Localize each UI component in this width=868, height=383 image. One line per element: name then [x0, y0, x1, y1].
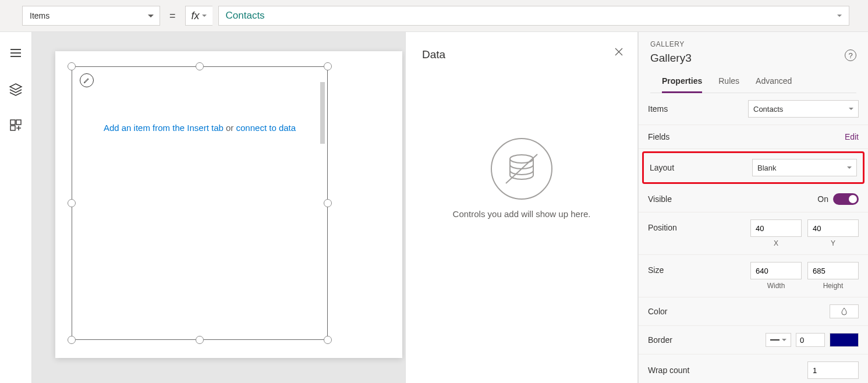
property-selector[interactable]: Items	[22, 6, 160, 26]
resize-handle[interactable]	[68, 336, 76, 344]
resize-handle[interactable]	[196, 336, 204, 344]
prop-color: Color	[639, 297, 868, 326]
resize-handle[interactable]	[68, 199, 76, 207]
svg-rect-6	[10, 126, 15, 130]
items-value: Contacts	[753, 105, 783, 114]
border-width-input[interactable]	[796, 333, 825, 347]
app-screen: Add an item from the Insert tab or conne…	[55, 51, 402, 358]
chevron-down-icon	[782, 339, 786, 341]
property-selector-label: Items	[30, 11, 49, 20]
close-button[interactable]	[614, 47, 623, 59]
gallery-empty-text: Add an item from the Insert tab or conne…	[72, 123, 327, 133]
hamburger-icon[interactable]	[9, 46, 23, 60]
fx-button[interactable]: fx	[185, 6, 212, 26]
wrap-count-input[interactable]	[807, 361, 859, 379]
resize-handle[interactable]	[68, 62, 76, 70]
position-x-input[interactable]	[750, 219, 802, 237]
prop-border-label: Border	[648, 335, 672, 345]
prop-border: Border	[639, 326, 868, 354]
data-panel-title: Data	[422, 48, 621, 61]
tab-rules[interactable]: Rules	[718, 76, 739, 93]
visible-toggle[interactable]	[833, 193, 859, 205]
layout-dropdown[interactable]: Blank	[752, 159, 857, 176]
size-height-input[interactable]	[807, 262, 859, 279]
svg-marker-3	[10, 84, 22, 90]
prop-size-label: Size	[648, 262, 664, 275]
chevron-down-icon	[849, 108, 853, 110]
no-data-icon	[490, 137, 554, 201]
items-dropdown[interactable]: Contacts	[748, 100, 859, 118]
prop-size: Size Width Height	[639, 255, 868, 297]
size-height-sublabel: Height	[823, 282, 844, 290]
border-style-picker[interactable]	[766, 333, 791, 347]
connect-to-data-link[interactable]: connect to data	[236, 123, 296, 133]
data-panel-message: Controls you add will show up here.	[453, 209, 591, 219]
resize-handle[interactable]	[324, 199, 332, 207]
formula-value: Contacts	[226, 10, 265, 22]
control-category: GALLERY	[650, 40, 856, 48]
tab-properties[interactable]: Properties	[662, 76, 702, 93]
prop-items: Items Contacts	[639, 93, 868, 125]
position-y-sublabel: Y	[831, 239, 835, 247]
gallery-empty-pre: Add an item from the Insert tab	[104, 123, 226, 133]
prop-color-label: Color	[648, 307, 667, 316]
layers-icon[interactable]	[9, 82, 23, 96]
components-icon[interactable]	[9, 118, 23, 132]
chevron-down-icon	[837, 15, 842, 17]
svg-rect-5	[16, 120, 21, 125]
close-icon	[614, 47, 623, 56]
fx-label: fx	[192, 10, 200, 22]
position-y-input[interactable]	[807, 219, 859, 237]
resize-handle[interactable]	[324, 62, 332, 70]
size-width-sublabel: Width	[767, 282, 785, 290]
color-picker[interactable]	[830, 304, 859, 318]
paint-drop-icon	[839, 307, 849, 316]
border-color-picker[interactable]	[830, 333, 859, 347]
left-rail	[0, 32, 32, 383]
chevron-down-icon	[148, 15, 154, 17]
control-name: Gallery3	[650, 52, 856, 65]
tab-advanced[interactable]: Advanced	[756, 76, 792, 93]
prop-visible-label: Visible	[648, 194, 672, 204]
prop-visible: Visible On	[639, 186, 868, 212]
equals-sign: =	[166, 10, 179, 22]
pencil-icon	[83, 77, 90, 84]
chevron-down-icon	[847, 166, 852, 169]
prop-layout: Layout Blank	[642, 151, 865, 184]
gallery-control[interactable]: Add an item from the Insert tab or conne…	[72, 66, 328, 340]
svg-rect-4	[10, 120, 15, 125]
prop-wrap-count: Wrap count	[639, 354, 868, 383]
data-panel: Data Controls you add will show up here.	[405, 32, 638, 383]
chevron-down-icon	[202, 15, 207, 17]
position-x-sublabel: X	[774, 239, 778, 247]
resize-handle[interactable]	[324, 336, 332, 344]
prop-items-label: Items	[648, 104, 668, 114]
formula-input[interactable]: Contacts	[218, 6, 849, 26]
prop-fields-label: Fields	[648, 132, 669, 141]
prop-wrap-label: Wrap count	[648, 366, 689, 375]
prop-layout-label: Layout	[650, 163, 674, 172]
properties-panel: GALLERY Gallery3 ? Properties Rules Adva…	[638, 32, 868, 383]
canvas[interactable]: Add an item from the Insert tab or conne…	[32, 32, 405, 383]
gallery-empty-or: or	[226, 123, 236, 133]
layout-value: Blank	[757, 164, 777, 172]
fields-edit-link[interactable]: Edit	[845, 132, 859, 141]
prop-position: Position X Y	[639, 212, 868, 255]
help-button[interactable]: ?	[845, 49, 856, 61]
edit-pen-button[interactable]	[80, 73, 94, 87]
resize-handle[interactable]	[196, 62, 204, 70]
size-width-input[interactable]	[750, 262, 802, 279]
visible-state-text: On	[817, 194, 828, 204]
prop-position-label: Position	[648, 219, 677, 232]
prop-fields: Fields Edit	[639, 125, 868, 149]
scrollbar-thumb[interactable]	[320, 82, 325, 144]
